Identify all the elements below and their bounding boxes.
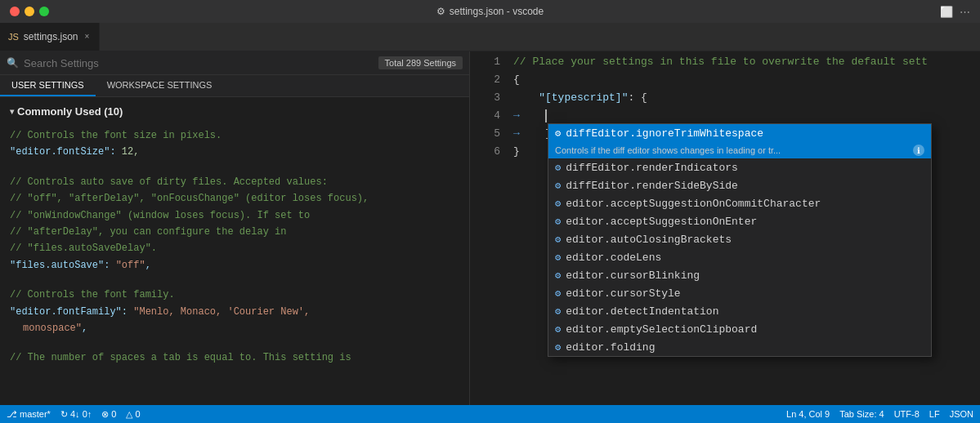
tab-settings-json[interactable]: JS settings.json ×: [0, 22, 100, 51]
main-container: 🔍 Total 289 Settings USER SETTINGS WORKS…: [0, 51, 980, 405]
comment-autosave-2: // "off", "afterDelay", "onFocusChange" …: [10, 190, 459, 207]
titlebar: ⚙ settings.json - vscode ⬜ ⋯: [0, 0, 980, 23]
ac-label-9: editor.emptySelectionClipboard: [566, 323, 757, 336]
ac-item-8[interactable]: ⚙ editor.detectIndentation: [548, 302, 931, 320]
language-status[interactable]: JSON: [950, 409, 973, 419]
titlebar-actions: ⬜ ⋯: [940, 6, 970, 18]
line-num-4: 4: [470, 107, 500, 125]
errors-status[interactable]: ⊗ 0: [101, 409, 116, 420]
ac-desc-text: Controls if the diff editor shows change…: [555, 145, 781, 155]
language-label: JSON: [950, 409, 973, 419]
setting-auto-save: // Controls auto save of dirty files. Ac…: [10, 174, 459, 274]
text-cursor: [545, 109, 547, 122]
ac-item-6[interactable]: ⚙ editor.cursorBlinking: [548, 266, 931, 284]
ac-gear-icon-1: ⚙: [555, 180, 561, 192]
statusbar-right: Ln 4, Col 9 Tab Size: 4 UTF-8 LF JSON: [786, 409, 973, 419]
ac-description: Controls if the diff editor shows change…: [548, 142, 931, 158]
comment-font-family: // Controls the font family.: [10, 287, 459, 303]
ac-item-4[interactable]: ⚙ editor.autoClosingBrackets: [548, 230, 931, 248]
errors-label: ⊗ 0: [101, 409, 116, 420]
comment-autosave-4: // "afterDelay", you can configure the d…: [10, 224, 459, 240]
ac-item-7[interactable]: ⚙ editor.cursorStyle: [548, 284, 931, 302]
ac-label-10: editor.folding: [566, 341, 655, 354]
statusbar-left: ⎇ master* ↻ 4↓ 0↑ ⊗ 0 △ 0: [7, 409, 141, 420]
setting-tab-size-comment: // The number of spaces a tab is equal t…: [10, 350, 459, 366]
ac-label-6: editor.cursorBlinking: [566, 269, 700, 282]
sync-status[interactable]: ↻ 4↓ 0↑: [60, 409, 92, 420]
editor-panel: 1 2 3 4 5 6 // Place your settings in th…: [470, 51, 980, 405]
code-typescript-key: "[typescript]": [539, 89, 628, 107]
ac-label-selected: diffEditor.ignoreTrimWhitespace: [566, 127, 763, 140]
code-line-1: // Place your settings in this file to o…: [513, 53, 980, 71]
ac-gear-icon-selected: ⚙: [555, 127, 561, 140]
code-comment-1: // Place your settings in this file to o…: [513, 53, 928, 71]
ac-gear-icon-4: ⚙: [555, 234, 561, 246]
statusbar: ⎇ master* ↻ 4↓ 0↑ ⊗ 0 △ 0 Ln 4, Col 9 Ta…: [0, 405, 980, 423]
minimize-button[interactable]: [25, 7, 34, 16]
section-header: ▾ Commonly Used (10): [10, 105, 459, 118]
tab-close-icon[interactable]: ×: [83, 31, 92, 42]
comment-autosave-3: // "onWindowChange" (window loses focus)…: [10, 207, 459, 224]
line-ending-label: LF: [929, 409, 940, 419]
tab-size-status[interactable]: Tab Size: 4: [839, 409, 884, 419]
code-arrow-5: →: [513, 125, 520, 143]
ac-info-icon[interactable]: ℹ: [913, 145, 924, 156]
ac-label-8: editor.detectIndentation: [566, 305, 718, 318]
close-button[interactable]: [10, 7, 20, 16]
cursor-position[interactable]: Ln 4, Col 9: [786, 409, 830, 419]
ellipsis-icon[interactable]: ⋯: [960, 6, 970, 18]
ac-label-0: diffEditor.renderIndicators: [566, 162, 738, 174]
comment-autosave-1: // Controls auto save of dirty files. Ac…: [10, 174, 459, 190]
ac-gear-icon-9: ⚙: [555, 323, 561, 336]
tab-workspace-settings[interactable]: WORKSPACE SETTINGS: [96, 75, 224, 96]
ac-label-7: editor.cursorStyle: [566, 287, 680, 300]
search-icon: 🔍: [7, 57, 19, 69]
encoding-status[interactable]: UTF-8: [894, 409, 920, 419]
ac-item-9[interactable]: ⚙ editor.emptySelectionClipboard: [548, 320, 931, 338]
autocomplete-dropdown[interactable]: ⚙ diffEditor.ignoreTrimWhitespace Contro…: [548, 123, 932, 357]
tab-user-settings[interactable]: USER SETTINGS: [0, 75, 96, 96]
settings-panel: 🔍 Total 289 Settings USER SETTINGS WORKS…: [0, 51, 470, 405]
git-branch-icon: ⎇: [7, 409, 17, 420]
ac-label-5: editor.codeLens: [566, 252, 661, 264]
code-brace-open: {: [513, 71, 520, 89]
code-line-3: "[typescript]": {: [513, 89, 980, 107]
tab-label: settings.json: [24, 31, 78, 42]
line-num-3: 3: [470, 89, 500, 107]
window-title: ⚙ settings.json - vscode: [436, 6, 544, 17]
tab-file-icon: JS: [8, 32, 19, 42]
warnings-status[interactable]: △ 0: [126, 409, 140, 420]
chevron-down-icon: ▾: [10, 107, 14, 116]
setting-font-family: // Controls the font family. "editor.fon…: [10, 287, 459, 336]
search-input[interactable]: [24, 57, 374, 69]
ac-item-10[interactable]: ⚙ editor.folding: [548, 338, 931, 356]
setting-font-size-value: "editor.fontSize": 12,: [10, 144, 459, 160]
settings-icon: ⚙: [436, 6, 445, 17]
sync-label: ↻ 4↓ 0↑: [60, 409, 92, 420]
settings-content[interactable]: ▾ Commonly Used (10) // Controls the fon…: [0, 97, 469, 405]
comment-font-size: // Controls the font size in pixels.: [10, 127, 459, 144]
code-line-2: {: [513, 71, 980, 89]
ac-item-5[interactable]: ⚙ editor.codeLens: [548, 248, 931, 266]
ac-item-3[interactable]: ⚙ editor.acceptSuggestionOnEnter: [548, 212, 931, 230]
git-branch[interactable]: ⎇ master*: [7, 409, 51, 420]
ac-gear-icon-10: ⚙: [555, 341, 561, 354]
maximize-button[interactable]: [39, 7, 49, 16]
ac-item-2[interactable]: ⚙ editor.acceptSuggestionOnCommitCharact…: [548, 194, 931, 212]
ac-item-1[interactable]: ⚙ diffEditor.renderSideBySide: [548, 176, 931, 194]
setting-auto-save-value: "files.autoSave": "off",: [10, 257, 459, 274]
total-badge: Total 289 Settings: [378, 56, 463, 69]
tab-size-label: Tab Size: 4: [839, 409, 884, 419]
line-ending-status[interactable]: LF: [929, 409, 940, 419]
code-close-brace-2: }: [513, 143, 520, 161]
ac-gear-icon-5: ⚙: [555, 252, 561, 264]
ac-label-4: editor.autoClosingBrackets: [566, 234, 732, 246]
ac-gear-icon-8: ⚙: [555, 305, 561, 318]
ac-gear-icon-0: ⚙: [555, 162, 561, 174]
ac-item-selected[interactable]: ⚙ diffEditor.ignoreTrimWhitespace: [548, 124, 931, 142]
line-num-5: 5: [470, 125, 500, 143]
ac-gear-icon-2: ⚙: [555, 198, 561, 210]
ac-item-0[interactable]: ⚙ diffEditor.renderIndicators: [548, 158, 931, 176]
line-num-6: 6: [470, 143, 500, 161]
split-editor-icon[interactable]: ⬜: [940, 6, 953, 18]
